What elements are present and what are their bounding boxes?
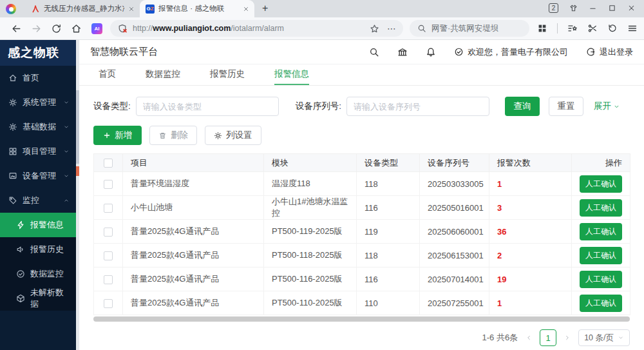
sidebar-item-alarm-info[interactable]: 报警信息 (0, 213, 76, 237)
alarm-count: 1 (489, 291, 572, 315)
tab-home[interactable]: 首页 (99, 64, 116, 85)
screenshot-scissors-icon[interactable] (587, 23, 598, 34)
home-icon (8, 73, 17, 83)
history-undo-icon[interactable] (607, 23, 618, 34)
browser-menu-icon[interactable] (627, 23, 638, 34)
browser-search-text: 网警·共筑网安堤坝 (431, 23, 498, 34)
address-bar[interactable]: http://www.puliangiot.com/iotalarm/alarm… (110, 20, 403, 37)
scrollbar-thumb[interactable] (76, 90, 79, 164)
app-logo: 感之物联 (0, 40, 76, 66)
page-size-select[interactable]: 10 条/页 (578, 329, 630, 346)
favorites-list-icon[interactable] (567, 23, 578, 34)
browser-logo-icon[interactable] (6, 4, 16, 14)
sidebar-scrollbar[interactable] (76, 40, 79, 350)
manual-confirm-button[interactable]: 人工确认 (580, 295, 622, 312)
url-text[interactable]: http://www.puliangiot.com/iotalarm/alarm (133, 24, 370, 33)
maximize-button[interactable] (608, 4, 616, 12)
theme-shirt-icon[interactable] (569, 4, 578, 12)
page-actions-icon[interactable]: ⋯ (387, 23, 397, 34)
chevron-down-icon (618, 335, 624, 341)
ai-assistant-icon[interactable]: AI (91, 23, 102, 34)
minimize-button[interactable] (589, 4, 597, 12)
sidebar-item-system-mgmt[interactable]: 系统管理 (0, 90, 76, 115)
col-serial: 设备序列号 (420, 154, 489, 172)
tab2-close-icon[interactable] (243, 6, 249, 12)
col-device-type: 设备类型 (357, 154, 420, 172)
tab-alarm-info[interactable]: 报警信息 (274, 64, 309, 85)
alarm-count: 3 (489, 196, 572, 220)
alarm-count: 1 (489, 172, 572, 196)
sidebar-item-unparsed-data[interactable]: 未解析数据 (0, 286, 76, 311)
query-button[interactable]: 查询 (505, 97, 540, 116)
bookmark-star-icon[interactable] (370, 24, 379, 34)
delete-button[interactable]: 删除 (149, 126, 197, 145)
apps-grid-icon[interactable] (537, 23, 547, 34)
reload-icon[interactable] (51, 23, 62, 34)
home-icon[interactable] (71, 23, 82, 34)
browser-tab-2[interactable]: GZ 报警信息 · 感之物联 (140, 0, 254, 17)
reset-button[interactable]: 重置 (549, 97, 583, 116)
row-checkbox[interactable] (104, 275, 113, 284)
close-button[interactable] (627, 4, 636, 12)
column-settings-button[interactable]: 列设置 (205, 126, 261, 145)
sidebar-item-home[interactable]: 首页 (0, 66, 76, 90)
chevron-down-icon (613, 103, 620, 110)
sidebar-item-project-mgmt[interactable]: 项目管理 (0, 139, 76, 164)
sidebar-item-device-mgmt[interactable]: 设备管理 (0, 164, 76, 188)
row-checkbox[interactable] (104, 299, 113, 308)
current-page-button[interactable]: 1 (540, 329, 556, 346)
tab2-title: 报警信息 · 感之物联 (158, 4, 239, 14)
tab-count-badge[interactable]: 2 (549, 3, 558, 13)
tag-icon (8, 196, 17, 205)
manual-confirm-button[interactable]: 人工确认 (580, 223, 622, 240)
row-checkbox[interactable] (104, 204, 113, 213)
table-row: 普量2025款4G通讯产品 PT500-110-2025版 110 202507… (94, 291, 630, 315)
logout-button[interactable]: 退出登录 (586, 46, 633, 58)
device-type-input[interactable] (136, 97, 279, 116)
chevron-down-icon (63, 173, 70, 179)
sidebar-item-basic-data[interactable]: 基础数据 (0, 115, 76, 139)
manual-confirm-button[interactable]: 人工确认 (580, 271, 622, 288)
row-checkbox[interactable] (104, 180, 113, 189)
alarm-count: 2 (489, 244, 572, 267)
forward-icon[interactable] (31, 23, 42, 34)
speaker-icon (16, 245, 25, 254)
chevron-down-icon (63, 148, 70, 155)
add-button[interactable]: 新增 (93, 126, 142, 145)
tab2-favicon-icon: GZ (146, 5, 155, 14)
bank-icon[interactable] (397, 47, 408, 57)
tab-data-monitoring[interactable]: 数据监控 (146, 64, 180, 85)
manual-confirm-button[interactable]: 人工确认 (580, 199, 622, 217)
bell-icon[interactable] (426, 47, 436, 57)
chevron-down-icon (63, 124, 70, 130)
table-toolbar: 新增 删除 列设置 (93, 126, 630, 145)
chevron-down-icon (63, 99, 70, 106)
site-security-shield-icon[interactable] (118, 24, 128, 34)
row-checkbox[interactable] (104, 251, 113, 260)
sidebar-item-data-monitoring[interactable]: 数据监控 (0, 262, 76, 286)
sidebar-item-alarm-history[interactable]: 报警历史 (0, 237, 76, 262)
browser-tab-1[interactable]: 无线压力传感器_静力水准仪_ (25, 0, 140, 17)
manual-confirm-button[interactable]: 人工确认 (580, 247, 622, 264)
tab-alarm-history[interactable]: 报警历史 (210, 64, 245, 85)
prev-page-icon[interactable] (525, 334, 533, 342)
header-search-icon[interactable] (369, 47, 379, 57)
next-page-icon[interactable] (564, 334, 571, 342)
select-all-checkbox[interactable] (104, 159, 113, 168)
new-tab-button[interactable]: + (262, 3, 268, 14)
sidebar-item-monitoring[interactable]: 监控 (0, 188, 76, 213)
table-horizontal-scrollbar[interactable] (93, 316, 630, 322)
toolbar-divider (557, 23, 558, 34)
serial-input[interactable] (346, 97, 489, 116)
browser-window: 无线压力传感器_静力水准仪_ GZ 报警信息 · 感之物联 + 2 AI htt… (0, 0, 644, 350)
bolt-icon (16, 220, 25, 229)
tab1-close-icon[interactable] (128, 6, 135, 12)
browser-search-box[interactable]: 网警·共筑网安堤坝 (410, 20, 529, 37)
gear-icon (8, 98, 17, 107)
row-checkbox[interactable] (104, 228, 113, 237)
welcome-user[interactable]: 欢迎您，普量电子有限公司 (454, 46, 568, 58)
expand-link[interactable]: 展开 (594, 101, 620, 112)
manual-confirm-button[interactable]: 人工确认 (580, 175, 622, 193)
back-icon[interactable] (11, 23, 22, 34)
col-actions: 操作 (572, 154, 630, 172)
